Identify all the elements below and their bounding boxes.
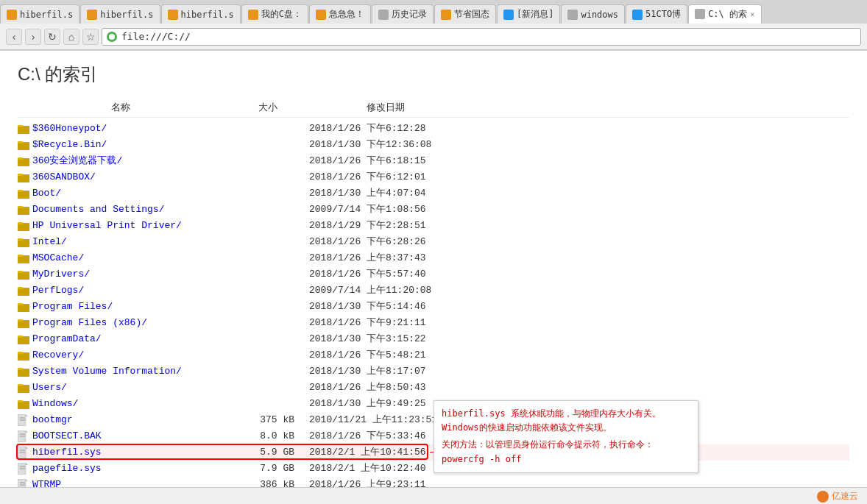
table-row[interactable]: MSOCache/2018/1/26 上午8:37:43 [18,250,849,266]
folder-icon [18,140,32,150]
table-row[interactable]: hiberfil.sys5.9 GB2018/2/1 上午10:41:56hib… [18,444,849,461]
file-date: 2018/1/30 下午5:14:46 [309,299,456,314]
file-name[interactable]: Documents and Settings/ [18,202,221,217]
file-name[interactable]: ProgramData/ [18,332,221,347]
tab-t2[interactable]: hiberfil.s [80,4,160,24]
table-row[interactable]: $360Honeypot/2018/1/26 下午6:12:28 [18,121,849,137]
table-row[interactable]: Program Files (x86)/2018/1/26 下午9:21:11 [18,315,849,331]
table-row[interactable]: ProgramData/2018/1/30 下午3:15:22 [18,331,849,347]
back-button[interactable]: ‹ [6,29,22,45]
tab-t7[interactable]: 节省国态 [434,4,496,24]
file-name[interactable]: Program Files/ [18,299,221,314]
tab-t8[interactable]: [新消息] [497,4,560,24]
refresh-button[interactable]: ↻ [44,29,60,45]
file-name[interactable]: bootmgr [18,413,221,427]
toolbar: ‹ › ↻ ⌂ ☆ file:///C:// [0,24,867,50]
forward-button[interactable]: › [25,29,41,45]
file-link[interactable]: ProgramData/ [32,332,102,347]
table-row[interactable]: MyDrivers/2018/1/26 下午5:57:40 [18,266,849,283]
file-link[interactable]: $Recycle.Bin/ [32,138,107,152]
file-name[interactable]: System Volume Information/ [18,364,221,379]
table-row[interactable]: 360安全浏览器下载/2018/1/26 下午6:18:15 [18,153,849,169]
file-name[interactable]: MSOCache/ [18,251,221,266]
file-name[interactable]: 360安全浏览器下载/ [18,154,221,168]
file-link[interactable]: hiberfil.sys [32,445,102,460]
table-row[interactable]: Program Files/2018/1/30 下午5:14:46 [18,299,849,315]
file-date: 2018/1/30 下午3:15:22 [309,332,456,347]
file-link[interactable]: Documents and Settings/ [32,202,164,217]
file-link[interactable]: PerfLogs/ [32,283,84,298]
file-link[interactable]: HP Universal Print Driver/ [32,219,182,233]
file-link[interactable]: Recovery/ [32,348,84,363]
folder-icon [18,253,32,263]
svg-rect-13 [18,222,23,224]
table-row[interactable]: WTRMP386 kB2018/1/26 上午9:23:11 [18,477,849,487]
table-row[interactable]: Users/2018/1/26 上午8:50:43 [18,380,849,396]
tab-label-t1: hiberfil.s [20,10,73,20]
table-row[interactable]: System Volume Information/2018/1/30 上午8:… [18,363,849,380]
page-title: C:\ 的索引 [18,63,849,86]
file-name[interactable]: HP Universal Print Driver/ [18,219,221,233]
file-link[interactable]: Program Files (x86)/ [32,316,147,330]
tab-t3[interactable]: hiberfil.s [161,4,241,24]
table-row[interactable]: Intel/2018/1/26 下午6:28:26 [18,234,849,250]
file-name[interactable]: Recovery/ [18,348,221,363]
table-row[interactable]: HP Universal Print Driver/2018/1/29 下午2:… [18,218,849,234]
table-row[interactable]: Documents and Settings/2009/7/14 下午1:08:… [18,202,849,218]
file-name[interactable]: PerfLogs/ [18,283,221,298]
file-name[interactable]: BOOTSECT.BAK [18,429,221,444]
file-link[interactable]: MSOCache/ [32,251,84,266]
file-link[interactable]: bootmgr [32,413,73,427]
tab-t6[interactable]: 历史记录 [372,4,434,24]
file-date: 2018/1/26 上午8:37:43 [309,251,456,266]
file-link[interactable]: $360Honeypot/ [32,121,107,136]
file-link[interactable]: BOOTSECT.BAK [32,429,102,444]
tab-t1[interactable]: hiberfil.s [0,4,79,24]
file-date: 2018/1/26 下午6:12:01 [309,170,456,185]
file-link[interactable]: MyDrivers/ [32,267,90,282]
file-date: 2018/1/26 下午9:21:11 [309,316,456,330]
file-name[interactable]: $Recycle.Bin/ [18,138,221,152]
file-name[interactable]: Program Files (x86)/ [18,316,221,330]
file-link[interactable]: Windows/ [32,397,78,411]
file-link[interactable]: pagefile.sys [32,461,102,476]
address-bar[interactable]: file:///C:// [102,28,861,46]
file-name[interactable]: MyDrivers/ [18,267,221,282]
file-link[interactable]: Program Files/ [32,299,113,314]
file-name[interactable]: WTRMP [18,478,221,487]
tab-t11[interactable]: C:\ 的索× [688,4,762,24]
file-name[interactable]: Windows/ [18,397,221,411]
tab-t4[interactable]: 我的C盘： [241,4,308,24]
tab-icon-t4 [248,10,258,20]
table-row[interactable]: Recovery/2018/1/26 下午5:48:21 [18,347,849,363]
tab-t5[interactable]: 急急急！ [309,4,371,24]
home-button[interactable]: ⌂ [63,29,79,45]
file-link[interactable]: Intel/ [32,235,67,249]
file-name[interactable]: Boot/ [18,186,221,201]
file-link[interactable]: Users/ [32,380,67,395]
table-row[interactable]: Boot/2018/1/30 上午4:07:04 [18,185,849,202]
file-date: 2009/7/14 上午11:20:08 [309,283,456,298]
file-icon [18,463,32,475]
file-link[interactable]: Boot/ [32,186,61,201]
file-name[interactable]: $360Honeypot/ [18,121,221,136]
tab-t10[interactable]: 51CTO博 [626,4,687,24]
svg-rect-19 [18,271,23,273]
file-name[interactable]: Users/ [18,380,221,395]
file-link[interactable]: 360安全浏览器下载/ [32,154,122,168]
tab-t9[interactable]: windows [561,4,625,24]
file-link[interactable]: System Volume Information/ [32,364,182,379]
table-row[interactable]: 360SANDBOX/2018/1/26 下午6:12:01 [18,169,849,185]
table-row[interactable]: $Recycle.Bin/2018/1/30 下午12:36:08 [18,137,849,153]
tab-close-t11[interactable]: × [750,10,755,19]
file-link[interactable]: WTRMP [32,478,61,487]
file-link[interactable]: 360SANDBOX/ [32,170,96,185]
svg-rect-29 [18,352,23,354]
file-name[interactable]: Intel/ [18,235,221,249]
file-name[interactable]: pagefile.sys [18,461,221,476]
security-icon [107,32,117,42]
file-name[interactable]: hiberfil.sys [18,445,221,460]
table-row[interactable]: PerfLogs/2009/7/14 上午11:20:08 [18,283,849,299]
bookmark-button[interactable]: ☆ [82,29,99,45]
file-name[interactable]: 360SANDBOX/ [18,170,221,185]
